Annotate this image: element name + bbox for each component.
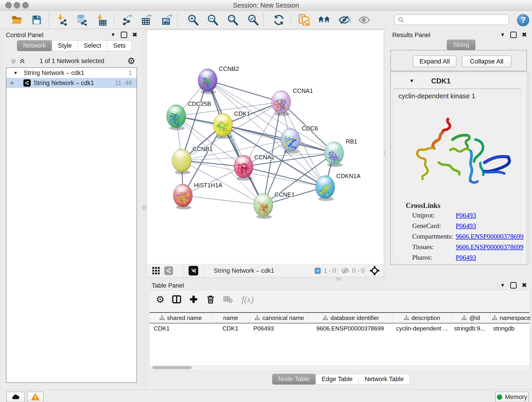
hide-eye-icon[interactable] [338, 14, 351, 26]
left-splitter-handle[interactable] [142, 205, 146, 210]
table-cell: CDK1 [150, 323, 211, 333]
toolbar-separator [263, 13, 264, 27]
refresh-icon[interactable] [272, 14, 285, 26]
search-field[interactable] [394, 14, 509, 25]
save-session-icon[interactable] [30, 14, 43, 26]
import-network-database-icon[interactable] [75, 14, 88, 26]
network-node-CCNA1[interactable] [272, 90, 291, 116]
column-header-@id[interactable]: @id [451, 313, 491, 323]
column-header-canonical-name[interactable]: canonical name [250, 313, 309, 323]
network-node-CCNB1[interactable] [172, 149, 191, 174]
toolbar-divider [184, 265, 184, 276]
network-collection-row[interactable]: ▼ String Network – cdk1 1 [6, 68, 137, 78]
table-panel-close-icon[interactable]: ✖ [522, 282, 527, 288]
network-node-HIST1H1A[interactable] [173, 184, 192, 210]
network-node-RB1[interactable] [324, 142, 344, 167]
results-panel: Results Panel ▼ ✖ String Expand All Coll… [385, 29, 532, 284]
crosslink-link[interactable]: P06493 [456, 222, 476, 230]
scrollbar-thumb[interactable] [152, 366, 192, 369]
node-label-CCNE1: CCNE1 [274, 191, 295, 198]
import-table-icon[interactable] [95, 14, 108, 26]
gene-expander-icon[interactable]: ▼ [409, 78, 414, 83]
table-panel-float-icon[interactable] [510, 282, 517, 288]
column-header-database-identifier[interactable]: database identifier [309, 313, 393, 323]
table-body[interactable]: CDK1CDK1P064939606.ENSP00000378699cyclin… [150, 323, 530, 333]
crosslink-link[interactable]: P06493 [456, 211, 476, 219]
collapse-all-icon[interactable] [10, 58, 17, 65]
table-header-row[interactable]: shared namenamecanonical namedatabase id… [150, 313, 530, 323]
table-gear-icon[interactable]: ⚙ [154, 292, 167, 307]
crosslink-link[interactable]: 9606.ENSP00000378699 [456, 233, 524, 240]
network-node-CDK1[interactable] [213, 114, 233, 139]
show-eye-icon[interactable] [358, 14, 371, 26]
network-options-gear-icon[interactable]: ⚙ [127, 56, 135, 66]
open-session-icon[interactable] [11, 14, 23, 26]
string-network-graph[interactable]: CCNB2CCNA1CDC25BCDK1CDC6RB1CCNB1CCNA2CDK… [147, 30, 384, 264]
table-delete-icon[interactable] [204, 292, 217, 307]
birds-eye-toggle[interactable] [189, 264, 198, 277]
grid-view-icon[interactable] [152, 264, 160, 277]
collapse-all-button[interactable]: Collapse All [462, 56, 511, 67]
tab-style[interactable]: Style [52, 40, 78, 51]
memory-button[interactable]: Memory [495, 392, 529, 402]
results-panel-float-icon[interactable] [510, 32, 517, 38]
tab-node-table[interactable]: Node Table [272, 374, 316, 385]
results-panel-close-icon[interactable]: ✖ [522, 32, 527, 38]
table-clear-icon[interactable] [222, 292, 234, 307]
network-node-CDKN1A[interactable] [316, 176, 335, 201]
warning-button[interactable] [27, 392, 44, 402]
control-panel-float-icon[interactable] [121, 32, 127, 38]
collection-expander-icon[interactable]: ▼ [13, 70, 18, 76]
crosslink-link[interactable]: 9606.ENSP00000378699 [456, 243, 524, 251]
search-input[interactable] [406, 15, 505, 24]
pan-crosshair-icon[interactable] [370, 264, 380, 277]
table-panel-collapse-icon[interactable]: ▼ [500, 283, 505, 288]
export-network-icon[interactable] [121, 14, 133, 26]
network-node-CDC6[interactable] [281, 128, 300, 154]
column-header-shared-name[interactable]: shared name [150, 313, 212, 323]
zoom-fit-icon[interactable] [226, 14, 239, 26]
cloud-button[interactable] [6, 392, 25, 402]
network-canvas[interactable]: CCNB2CCNA1CDC25BCDK1CDC6RB1CCNB1CCNA2CDK… [147, 30, 384, 264]
crosslink-row: Compartments:9606.ENSP00000378699 [393, 233, 521, 243]
network-row-selected[interactable]: String Network – cdk1 11 48 [6, 78, 137, 88]
export-image-icon[interactable] [161, 14, 173, 26]
network-node-CCNB2[interactable] [198, 69, 217, 94]
table-add-icon[interactable] [187, 292, 200, 307]
results-scrollbar[interactable] [526, 72, 530, 264]
control-panel-close-icon[interactable]: ✖ [132, 32, 138, 38]
zoom-out-icon[interactable] [206, 14, 219, 26]
tab-network[interactable]: Network [17, 40, 52, 51]
tab-sets[interactable]: Sets [107, 40, 132, 51]
table-horizontal-scrollbar[interactable] [150, 365, 530, 370]
tab-select[interactable]: Select [78, 40, 107, 51]
import-network-file-icon[interactable] [56, 14, 69, 26]
table-function-icon[interactable]: f(x) [239, 292, 257, 307]
crosslink-link[interactable]: P06493 [456, 254, 476, 261]
houses-icon[interactable] [318, 14, 331, 26]
results-panel-collapse-icon[interactable]: ▼ [500, 32, 505, 37]
expand-all-icon[interactable] [19, 58, 26, 65]
string-copy-icon[interactable] [298, 14, 310, 26]
network-node-CCNE1[interactable] [254, 193, 273, 219]
network-node-CCNA2[interactable] [234, 155, 253, 181]
table-columns-icon[interactable] [170, 292, 183, 307]
column-header-name[interactable]: name [212, 313, 250, 323]
network-node-CDC25B[interactable] [167, 105, 186, 130]
zoom-in-icon[interactable] [187, 14, 200, 26]
export-table-icon[interactable] [140, 14, 153, 26]
hidden-eye-icon[interactable] [341, 264, 349, 277]
column-header-description[interactable]: description [393, 313, 451, 323]
tab-edge-table[interactable]: Edge Table [316, 374, 359, 385]
table-row[interactable]: CDK1CDK1P064939606.ENSP00000378699cyclin… [150, 323, 530, 333]
expand-all-button[interactable]: Expand All [413, 56, 456, 67]
column-header-namespace[interactable]: namespace [491, 313, 532, 323]
hidden-count: 0 - 0 [352, 264, 365, 277]
network-share-icon[interactable] [164, 264, 173, 277]
selected-checkbox[interactable] [315, 264, 321, 277]
tab-network-table[interactable]: Network Table [359, 374, 410, 385]
zoom-selected-icon[interactable] [247, 14, 260, 26]
help-button[interactable]: ? [517, 14, 529, 26]
control-panel-collapse-icon[interactable]: ▼ [111, 32, 116, 37]
tab-string[interactable]: String [447, 40, 475, 51]
